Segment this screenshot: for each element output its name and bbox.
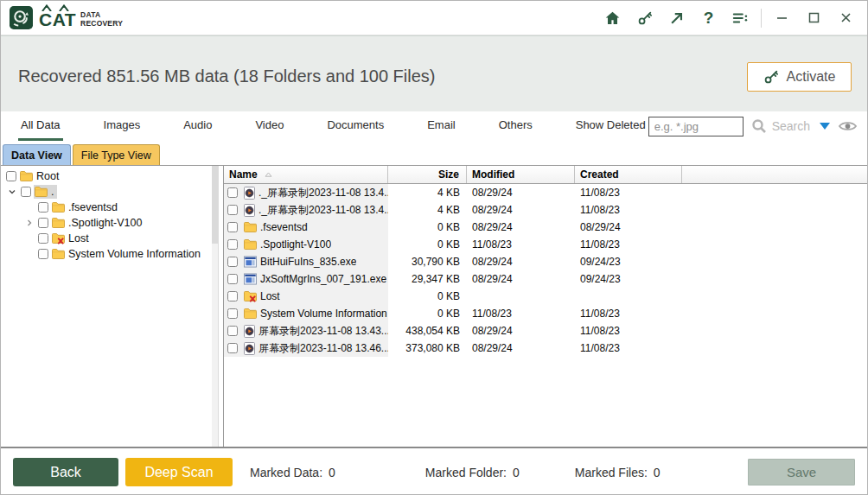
minimize-button[interactable] bbox=[766, 5, 798, 31]
checkbox[interactable] bbox=[227, 343, 238, 353]
tree-item[interactable]: . bbox=[1, 184, 218, 200]
chevron-collapsed-icon[interactable] bbox=[25, 219, 38, 227]
column-header-modified[interactable]: Modified bbox=[467, 166, 575, 183]
marked-label: Marked Files: bbox=[575, 466, 648, 479]
preview-eye-icon[interactable] bbox=[838, 120, 858, 132]
activate-button[interactable]: Activate bbox=[747, 62, 852, 92]
folder-tree: Root..fseventsd.Spotlight-V100LostSystem… bbox=[1, 168, 218, 262]
checkbox[interactable] bbox=[227, 239, 238, 250]
folder-icon bbox=[244, 308, 257, 319]
table-row[interactable]: JxSoftMgrIns_007_191.exe29,347 KB08/29/2… bbox=[224, 270, 867, 288]
view-tab-file-type-view[interactable]: File Type View bbox=[73, 144, 160, 165]
table-row[interactable]: 屏幕录制2023-11-08 13.43...438,054 KB08/29/2… bbox=[224, 322, 867, 340]
tab-others[interactable]: Others bbox=[496, 111, 535, 141]
table-row[interactable]: BitHuiFuIns_835.exe30,790 KB08/29/2409/2… bbox=[224, 253, 867, 270]
tree-item[interactable]: .fseventsd bbox=[1, 200, 218, 215]
blank-cell bbox=[682, 270, 867, 288]
activate-button-label: Activate bbox=[787, 69, 836, 85]
checkbox[interactable] bbox=[227, 274, 238, 284]
checkbox[interactable] bbox=[38, 249, 48, 259]
column-header-name[interactable]: Name bbox=[224, 166, 388, 183]
tree-item[interactable]: Root bbox=[1, 168, 218, 184]
checkbox[interactable] bbox=[38, 233, 48, 244]
checkbox[interactable] bbox=[38, 202, 48, 213]
checkbox[interactable] bbox=[227, 308, 238, 319]
table-row[interactable]: .Spotlight-V1000 KB11/08/2311/08/23 bbox=[224, 236, 867, 253]
marked-counter: Marked Folder:0 bbox=[425, 466, 520, 479]
search-cluster: Search bbox=[648, 117, 868, 136]
folder-icon bbox=[244, 239, 257, 250]
file-name-cell: JxSoftMgrIns_007_191.exe bbox=[224, 270, 388, 288]
help-icon[interactable]: ? bbox=[692, 5, 724, 31]
file-name-cell: ._屏幕录制2023-11-08 13.4... bbox=[224, 201, 388, 219]
column-header-size[interactable]: Size bbox=[388, 166, 467, 183]
media-icon bbox=[244, 325, 255, 338]
tree-item-label: .Spotlight-V100 bbox=[68, 217, 142, 229]
checkbox[interactable] bbox=[227, 222, 238, 232]
folder-icon bbox=[52, 249, 65, 259]
modified-cell: 08/29/24 bbox=[467, 322, 575, 340]
blank-cell bbox=[682, 219, 867, 236]
marked-label: Marked Folder: bbox=[425, 466, 507, 479]
search-input[interactable] bbox=[648, 117, 744, 136]
checkbox[interactable] bbox=[227, 205, 238, 215]
close-button[interactable] bbox=[830, 5, 862, 31]
share-icon[interactable] bbox=[661, 5, 692, 31]
checkbox[interactable] bbox=[227, 326, 238, 336]
size-cell: 0 KB bbox=[388, 305, 467, 322]
column-header-label: Modified bbox=[472, 168, 514, 181]
tree-label-group: Lost bbox=[51, 232, 93, 245]
tree-scrollbar-thumb[interactable] bbox=[212, 166, 218, 244]
table-row[interactable]: ._屏幕录制2023-11-08 13.4...4 KB08/29/2411/0… bbox=[224, 201, 867, 219]
tab-video[interactable]: Video bbox=[252, 111, 286, 141]
maximize-button[interactable] bbox=[798, 5, 830, 31]
marked-value: 0 bbox=[513, 466, 520, 479]
checkbox[interactable] bbox=[227, 187, 238, 198]
modified-cell: 08/29/24 bbox=[467, 201, 575, 219]
table-row[interactable]: 屏幕录制2023-11-08 13.46...373,080 KB08/29/2… bbox=[224, 340, 867, 357]
tree-scrollbar[interactable] bbox=[212, 166, 218, 447]
blank-cell bbox=[682, 253, 867, 270]
blank-cell bbox=[682, 236, 867, 253]
save-button[interactable]: Save bbox=[748, 459, 855, 485]
deep-scan-button[interactable]: Deep Scan bbox=[125, 458, 233, 486]
size-cell: 30,790 KB bbox=[388, 253, 467, 270]
table-row[interactable]: .fseventsd0 KB08/29/2408/29/24 bbox=[224, 219, 867, 236]
table-row[interactable]: Lost0 KB bbox=[224, 288, 867, 305]
tab-images[interactable]: Images bbox=[101, 111, 144, 141]
file-name-cell: .Spotlight-V100 bbox=[224, 236, 388, 253]
blank-cell bbox=[682, 305, 867, 322]
column-header-label: Created bbox=[580, 168, 619, 181]
search-icon[interactable] bbox=[751, 118, 767, 134]
column-header-created[interactable]: Created bbox=[575, 166, 682, 183]
page-title: Recovered 851.56 MB data (18 Folders and… bbox=[18, 67, 436, 86]
modified-cell: 08/29/24 bbox=[467, 340, 575, 357]
checkbox[interactable] bbox=[21, 187, 31, 197]
menu-icon[interactable] bbox=[724, 5, 756, 31]
table-row[interactable]: ._屏幕录制2023-11-08 13.4...4 KB08/29/2411/0… bbox=[224, 184, 867, 201]
tab-audio[interactable]: Audio bbox=[181, 111, 214, 141]
tab-documents[interactable]: Documents bbox=[324, 111, 386, 141]
checkbox[interactable] bbox=[227, 257, 238, 267]
chevron-expanded-icon[interactable] bbox=[8, 187, 21, 196]
back-button[interactable]: Back bbox=[13, 458, 118, 486]
table-row[interactable]: System Volume Information0 KB11/08/2311/… bbox=[224, 305, 867, 322]
checkbox[interactable] bbox=[6, 171, 16, 181]
checkbox[interactable] bbox=[227, 291, 238, 301]
view-tab-data-view[interactable]: Data View bbox=[3, 144, 71, 165]
column-header-blank[interactable] bbox=[682, 166, 867, 183]
search-dropdown-arrow-icon[interactable] bbox=[820, 123, 830, 130]
tab-all-data[interactable]: All Data bbox=[18, 111, 63, 141]
tab-email[interactable]: Email bbox=[424, 111, 458, 141]
checkbox[interactable] bbox=[38, 218, 48, 228]
size-cell: 438,054 KB bbox=[388, 322, 467, 340]
home-icon[interactable] bbox=[597, 5, 629, 31]
brand-subtitle: DATA RECOVERY bbox=[80, 11, 123, 29]
key-icon[interactable] bbox=[629, 5, 661, 31]
file-name: .fseventsd bbox=[260, 221, 308, 233]
folder-icon bbox=[52, 202, 65, 213]
tree-item[interactable]: .Spotlight-V100 bbox=[1, 215, 218, 231]
tree-item[interactable]: Lost bbox=[1, 231, 218, 246]
tab-show-deleted[interactable]: Show Deleted bbox=[573, 111, 648, 141]
tree-item[interactable]: System Volume Information bbox=[1, 246, 218, 262]
